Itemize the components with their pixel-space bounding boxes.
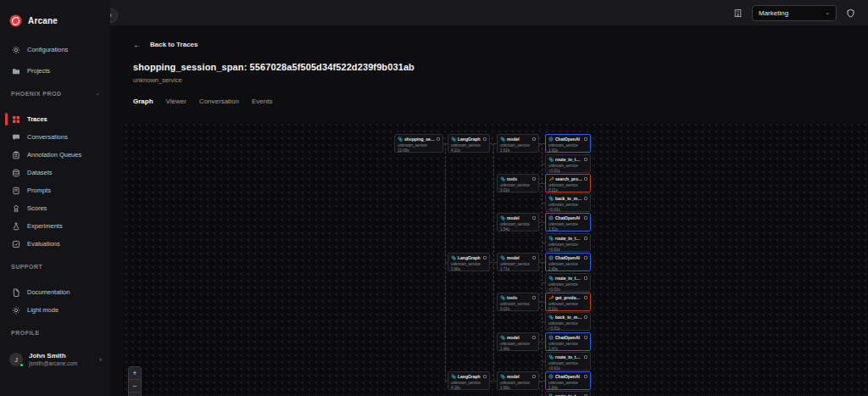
chain-icon (548, 354, 554, 360)
collapse-node-icon[interactable] (584, 256, 587, 259)
collapse-node-icon[interactable] (483, 375, 487, 378)
page-title: shopping_session_span: 5567028a5f505d34f… (133, 62, 868, 72)
graph-node[interactable]: search_products unknown_service 0.01s (545, 174, 591, 192)
graph-node[interactable]: model unknown_service 1.49s (497, 332, 539, 351)
graph-node[interactable]: ChatOpenAI unknown_service 1.60s (545, 134, 591, 153)
edge (539, 222, 545, 223)
chain-icon (500, 176, 505, 181)
span-duration: 1.54s (500, 227, 536, 231)
topbar: ‹ Marketing ⌄ (110, 0, 868, 25)
collapse-node-icon[interactable] (532, 336, 536, 339)
sidebar-item-label: Experiments (27, 222, 63, 230)
zoom-out-button[interactable]: − (129, 380, 141, 393)
openai-icon (548, 374, 554, 379)
shield-icon[interactable] (845, 8, 856, 19)
collapse-node-icon[interactable] (584, 375, 587, 378)
sidebar-item-prompts[interactable]: Prompts (0, 181, 110, 199)
sidebar-item-documentation[interactable]: Documentation (0, 283, 110, 301)
collapse-node-icon[interactable] (483, 256, 487, 259)
graph-node[interactable]: ChatOpenAI unknown_service 1.69s (545, 253, 591, 271)
graph-node[interactable]: LangGraph unknown_service 3.96s (448, 253, 490, 271)
graph-node[interactable]: tools unknown_service 0.02s (497, 174, 539, 192)
collapse-node-icon[interactable] (584, 177, 587, 181)
graph-node[interactable]: back_to_model unknown_service <0.01s (545, 193, 591, 212)
tab-conversation[interactable]: Conversation (199, 96, 239, 107)
collapse-node-icon[interactable] (584, 296, 587, 299)
brand-name: Arcane (28, 16, 58, 25)
sidebar-item-projects[interactable]: Projects (0, 62, 110, 80)
graph-node[interactable]: back_to_model unknown_service <0.01s (545, 312, 591, 331)
collapse-node-icon[interactable] (584, 276, 587, 280)
collapse-node-icon[interactable] (584, 137, 587, 141)
sidebar-item-datasets[interactable]: Datasets (0, 164, 110, 181)
span-duration: 12.69s (398, 148, 440, 153)
collapse-node-icon[interactable] (584, 355, 587, 359)
graph-node[interactable]: route_to_tools unknown_service <0.01s (545, 273, 591, 292)
graph-node[interactable]: route_to_tools unknown_service <0.01s (545, 154, 591, 173)
collapse-node-icon[interactable] (584, 197, 587, 200)
collapse-node-icon[interactable] (584, 336, 587, 339)
back-to-traces-button[interactable]: ← Back to Traces (133, 37, 868, 51)
span-duration: 1.49s (500, 347, 536, 351)
fit-view-button[interactable] (129, 393, 141, 396)
sidebar-item-light-mode[interactable]: Light mode (0, 301, 110, 319)
graph-node[interactable]: ChatOpenAI unknown_service 1.47s (545, 332, 591, 351)
span-duration: <0.01s (548, 287, 587, 292)
collapse-node-icon[interactable] (483, 137, 487, 141)
chevron-down-icon: ⌄ (825, 9, 830, 16)
collapse-node-icon[interactable] (532, 177, 536, 181)
organization-icon[interactable] (732, 8, 743, 19)
chain-icon (500, 335, 505, 340)
graph-node[interactable]: get_product_details unknown_service 0.01… (545, 293, 591, 311)
span-name: model (507, 335, 531, 340)
sidebar-item-traces[interactable]: Traces (0, 110, 110, 128)
graph-node[interactable]: tools unknown_service 0.02s (497, 293, 539, 311)
graph-node[interactable]: route_to_tools unknown_service <0.01s (545, 352, 591, 371)
collapse-node-icon[interactable] (437, 137, 440, 141)
brand: Arcane (0, 0, 110, 29)
collapse-node-icon[interactable] (532, 216, 536, 220)
graph-node[interactable]: model unknown_service 1.71s (497, 253, 539, 271)
collapse-node-icon[interactable] (584, 237, 587, 240)
workspace-select[interactable]: Marketing ⌄ (752, 5, 837, 21)
graph-node[interactable]: model unknown_service 1.54s (497, 213, 539, 231)
tab-viewer[interactable]: Viewer (166, 96, 186, 107)
sidebar-item-annotation-queues[interactable]: Annotation Queues (0, 146, 110, 164)
zoom-in-button[interactable]: + (129, 367, 141, 380)
edge (539, 381, 545, 382)
sidebar-item-label: Datasets (27, 169, 53, 176)
graph-canvas[interactable]: shopping_session_span unknown_service 12… (123, 121, 868, 396)
tab-graph[interactable]: Graph (133, 96, 153, 107)
graph-node[interactable]: ChatOpenAI unknown_service 1.64s (545, 371, 591, 390)
span-name: search_products (555, 176, 582, 181)
sidebar-item-scores[interactable]: Scores (0, 199, 110, 217)
graph-node[interactable]: shopping_session_span unknown_service 12… (394, 134, 443, 153)
graph-node[interactable]: ChatOpenAI unknown_service 1.52s (545, 213, 591, 231)
graph-node[interactable]: LangGraph unknown_service 4.21s (448, 134, 490, 153)
openai-icon (548, 335, 554, 340)
profile-menu[interactable]: J John Smith jsmith@arcane.com › (0, 348, 110, 371)
sidebar-item-experiments[interactable]: Experiments (0, 217, 110, 235)
section-phoenix-prod[interactable]: PHOENIX PROD ⌄ (0, 85, 110, 102)
graph-node[interactable]: LangGraph unknown_service 4.18s (448, 371, 490, 390)
sidebar-item-conversations[interactable]: Conversations (0, 128, 110, 146)
span-service: unknown_service (500, 262, 536, 266)
collapse-node-icon[interactable] (584, 216, 587, 220)
sidebar-item-evaluations[interactable]: Evaluations (0, 235, 110, 253)
tab-events[interactable]: Events (252, 96, 272, 107)
edge (539, 302, 545, 303)
span-duration: 1.64s (548, 386, 587, 390)
arcane-logo-icon (9, 14, 22, 27)
sidebar-item-configurations[interactable]: Configurations (0, 41, 110, 59)
collapse-node-icon[interactable] (584, 315, 587, 319)
graph-node[interactable]: model unknown_service 1.66s (497, 371, 539, 390)
collapse-node-icon[interactable] (584, 158, 587, 161)
collapse-node-icon[interactable] (532, 375, 536, 378)
collapse-node-icon[interactable] (532, 256, 536, 259)
graph-node[interactable]: model unknown_service 1.62s (497, 134, 539, 153)
collapse-node-icon[interactable] (532, 137, 536, 141)
graph-node[interactable]: route_to_tools unknown_service <0.01s (545, 233, 591, 252)
collapse-node-icon[interactable] (532, 296, 536, 299)
span-service: unknown_service (451, 262, 487, 266)
graph-node[interactable]: route_to_tools unknown_service <0.01s (545, 391, 591, 396)
